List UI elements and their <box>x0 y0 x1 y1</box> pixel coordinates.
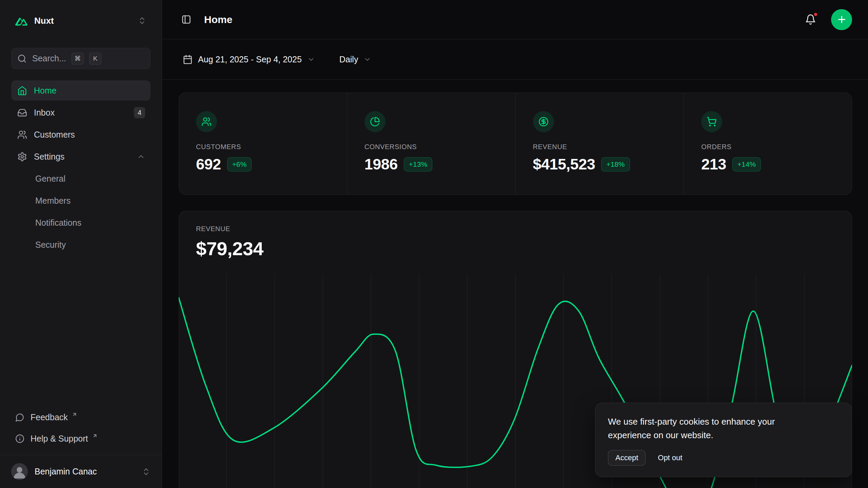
sidebar-item-inbox[interactable]: Inbox 4 <box>11 102 151 123</box>
sidebar: Nuxt Search... ⌘ K Home <box>0 0 162 488</box>
chevrons-up-down-icon <box>138 16 146 25</box>
sidebar-toggle-button[interactable] <box>179 12 194 27</box>
stat-value: 692 <box>196 156 221 173</box>
chevron-up-icon <box>137 152 145 161</box>
optout-cookies-button[interactable]: Opt out <box>656 450 684 466</box>
app-root: Nuxt Search... ⌘ K Home <box>0 0 868 488</box>
sidebar-sub-label: Security <box>35 240 66 250</box>
notifications-button[interactable] <box>802 11 819 28</box>
sidebar-item-customers[interactable]: Customers <box>11 124 151 145</box>
stat-value: 1986 <box>364 156 398 173</box>
stat-delta-badge: +13% <box>404 157 432 171</box>
sidebar-sub-label: Notifications <box>35 218 81 228</box>
sidebar-sub-label: Members <box>35 196 71 206</box>
footer-link-label: Help & Support <box>31 434 88 444</box>
message-icon <box>15 413 24 422</box>
sidebar-item-label: Settings <box>34 152 64 162</box>
granularity-select[interactable]: Daily <box>335 51 376 68</box>
stat-label: CUSTOMERS <box>196 143 333 151</box>
sidebar-item-security[interactable]: Security <box>11 235 151 255</box>
revenue-chart-label: REVENUE <box>196 225 835 233</box>
date-range-label: Aug 21, 2025 - Sep 4, 2025 <box>198 55 302 64</box>
sidebar-item-general[interactable]: General <box>11 168 151 189</box>
stat-conversions[interactable]: CONVERSIONS 1986 +13% <box>347 93 515 195</box>
workspace-switcher[interactable]: Nuxt <box>11 11 151 30</box>
calendar-icon <box>183 55 193 64</box>
workspace-name: Nuxt <box>34 16 54 26</box>
panel-left-icon <box>181 15 191 24</box>
sidebar-item-label: Home <box>34 86 57 96</box>
page-header: Home <box>162 0 868 39</box>
search-icon <box>17 54 27 63</box>
pie-chart-icon <box>364 111 386 132</box>
user-name: Benjamin Canac <box>35 467 97 476</box>
dollar-circle-icon <box>533 111 554 132</box>
revenue-chart-value: $79,234 <box>196 238 835 260</box>
kbd-key: K <box>89 53 101 65</box>
stat-value: 213 <box>701 156 726 173</box>
sidebar-sub-label: General <box>35 174 65 184</box>
nuxt-logo-icon <box>15 16 27 26</box>
chevrons-up-down-icon <box>142 467 151 476</box>
stat-label: REVENUE <box>533 143 670 151</box>
search-input[interactable]: Search... ⌘ K <box>11 48 151 69</box>
sidebar-item-settings[interactable]: Settings <box>11 146 151 167</box>
search-placeholder: Search... <box>32 54 66 63</box>
plus-icon <box>836 14 847 25</box>
main-area: Home Au <box>162 0 868 488</box>
stat-value: $415,523 <box>533 156 595 173</box>
stat-delta-badge: +18% <box>601 157 630 171</box>
add-button[interactable] <box>831 9 852 30</box>
chevron-down-icon <box>363 56 371 63</box>
granularity-label: Daily <box>339 55 358 64</box>
external-link-icon <box>92 433 98 439</box>
external-link-icon <box>72 412 77 417</box>
inbox-count-badge: 4 <box>134 107 145 118</box>
feedback-link[interactable]: Feedback <box>11 407 151 428</box>
inbox-icon <box>17 108 27 118</box>
date-range-picker[interactable]: Aug 21, 2025 - Sep 4, 2025 <box>179 51 319 68</box>
chevron-down-icon <box>307 56 315 63</box>
info-icon <box>15 434 24 443</box>
kbd-meta: ⌘ <box>72 53 84 65</box>
avatar <box>11 463 28 480</box>
stat-orders[interactable]: ORDERS 213 +14% <box>684 93 852 195</box>
accept-cookies-button[interactable]: Accept <box>608 450 646 466</box>
user-menu[interactable]: Benjamin Canac <box>0 455 162 488</box>
stat-delta-badge: +14% <box>732 157 761 171</box>
sidebar-item-label: Customers <box>34 130 75 140</box>
sidebar-item-notifications[interactable]: Notifications <box>11 212 151 233</box>
stat-label: CONVERSIONS <box>364 143 502 151</box>
home-icon <box>17 86 27 96</box>
shopping-cart-icon <box>701 111 722 132</box>
stat-revenue[interactable]: REVENUE $415,523 +18% <box>515 93 684 195</box>
stat-customers[interactable]: CUSTOMERS 692 +6% <box>179 93 347 195</box>
gear-icon <box>17 152 27 162</box>
sidebar-item-label: Inbox <box>34 108 55 118</box>
help-support-link[interactable]: Help & Support <box>11 428 151 449</box>
filters-toolbar: Aug 21, 2025 - Sep 4, 2025 Daily <box>162 39 868 80</box>
stats-card: CUSTOMERS 692 +6% CONVERSIONS 1986 +13% <box>179 93 852 195</box>
sidebar-item-members[interactable]: Members <box>11 190 151 211</box>
cookie-banner: We use first-party cookies to enhance yo… <box>595 403 852 477</box>
sidebar-item-home[interactable]: Home <box>11 80 151 101</box>
notification-dot <box>813 12 818 17</box>
users-icon <box>17 130 27 140</box>
users-circle-icon <box>196 111 217 132</box>
stat-delta-badge: +6% <box>227 157 252 171</box>
page-title: Home <box>204 14 232 25</box>
footer-link-label: Feedback <box>31 412 68 422</box>
stat-label: ORDERS <box>701 143 839 151</box>
sidebar-nav: Home Inbox 4 Customers Settings <box>11 80 151 257</box>
sidebar-footer: Feedback Help & Support <box>11 407 151 455</box>
cookie-message: We use first-party cookies to enhance yo… <box>608 415 805 442</box>
